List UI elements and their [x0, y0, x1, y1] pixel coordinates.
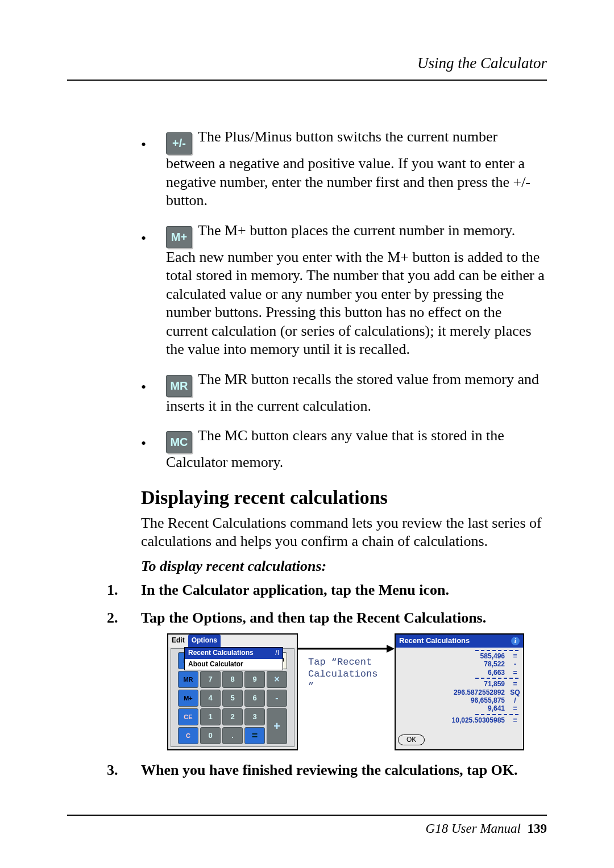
- mc-icon: MC: [166, 431, 192, 453]
- menu-recent-calculations[interactable]: Recent Calculations /I: [185, 648, 283, 659]
- dialog-footer: OK: [396, 725, 523, 749]
- header-rule: [67, 80, 547, 81]
- arrow-right-icon: [297, 641, 395, 656]
- history-row: 585,496=: [398, 652, 521, 660]
- key-4[interactable]: 4: [200, 690, 221, 707]
- page-number: 139: [528, 821, 547, 836]
- history-op: =: [509, 716, 521, 724]
- figure-arrow-caption: Tap “Recent Calculations ”: [298, 633, 395, 750]
- step-2: Tap the Options, and then tap the Recent…: [141, 608, 547, 750]
- key-8[interactable]: 8: [222, 671, 243, 688]
- menu-label: About Calculator: [188, 660, 243, 669]
- figure-calculator-app: Edit Options Recent Calculations /I Abou…: [167, 633, 298, 750]
- key-c[interactable]: C: [178, 727, 198, 744]
- history-value: 10,025.50305985: [420, 716, 505, 724]
- bullet-text: The MR button recalls the stored value f…: [166, 371, 539, 414]
- bullet-text: The Plus/Minus button switchs the curren…: [166, 128, 530, 208]
- history-op: =: [509, 704, 521, 712]
- history-op: SQ: [509, 688, 521, 696]
- footer-rule: [67, 815, 547, 816]
- section-intro: The Recent Calculations command lets you…: [141, 514, 547, 551]
- divider-dashed: [475, 678, 518, 679]
- bullet-dot: •: [141, 378, 146, 397]
- step-2-text: Tap the Options, and then tap the Recent…: [141, 610, 486, 626]
- key-minus[interactable]: -: [267, 690, 287, 707]
- mr-icon: MR: [166, 375, 192, 397]
- history-row: 71,859=: [398, 680, 521, 688]
- menu-label: Recent Calculations: [188, 649, 254, 658]
- step-1: In the Calculator application, tap the M…: [141, 581, 547, 600]
- info-icon[interactable]: i: [511, 637, 520, 645]
- bullet-dot: •: [141, 136, 146, 155]
- key-5[interactable]: 5: [222, 690, 243, 707]
- dialog-title: Recent Calculations: [399, 636, 470, 646]
- bullet-text: The MC button clears any value that is s…: [166, 427, 504, 470]
- bullet-dot: •: [141, 435, 146, 453]
- history-value: 71,859: [420, 680, 505, 688]
- key-2[interactable]: 2: [222, 708, 243, 725]
- menu-shortcut: /I: [275, 649, 279, 658]
- key-9[interactable]: 9: [244, 671, 265, 688]
- options-menu: Recent Calculations /I About Calculator: [184, 647, 283, 670]
- history-op: =: [509, 680, 521, 688]
- history-value: 296.5872552892: [420, 688, 505, 696]
- key-6[interactable]: 6: [244, 690, 265, 707]
- divider-dashed: [475, 650, 518, 651]
- bullet-mr: • MR The MR button recalls the stored va…: [141, 370, 547, 416]
- key-3[interactable]: 3: [244, 708, 265, 725]
- history-op: =: [509, 652, 521, 660]
- key-equals[interactable]: =: [244, 727, 265, 744]
- feature-bullets: • +/- The Plus/Minus button switchs the …: [141, 128, 547, 472]
- tab-bar: Edit Options: [168, 635, 297, 647]
- figure-recent-calculations-dialog: Recent Calculations i 585,496= 78,522- 6…: [395, 633, 524, 750]
- bullet-dot: •: [141, 229, 146, 248]
- history-value: 585,496: [420, 652, 505, 660]
- footer-text: G18 User Manual 139: [426, 821, 547, 836]
- main-content: • +/- The Plus/Minus button switchs the …: [141, 128, 547, 789]
- divider-dashed: [475, 714, 518, 715]
- history-row: 9,641=: [398, 704, 521, 712]
- key-7[interactable]: 7: [200, 671, 221, 688]
- key-ce[interactable]: CE: [178, 708, 198, 725]
- key-0[interactable]: 0: [200, 727, 221, 744]
- key-mplus[interactable]: M+: [178, 690, 198, 707]
- key-mr[interactable]: MR: [178, 671, 198, 688]
- bullet-mc: • MC The MC button clears any value that…: [141, 427, 547, 472]
- tab-edit[interactable]: Edit: [168, 635, 188, 647]
- tab-options[interactable]: Options: [188, 635, 221, 647]
- history-value: 96,655,875: [420, 696, 505, 704]
- figure: Edit Options Recent Calculations /I Abou…: [167, 633, 547, 750]
- history-row: 6,663=: [398, 669, 521, 677]
- dialog-titlebar: Recent Calculations i: [396, 635, 523, 648]
- m-plus-icon: M+: [166, 226, 192, 248]
- key-dot[interactable]: .: [222, 727, 243, 744]
- bullet-plusminus: • +/- The Plus/Minus button switchs the …: [141, 128, 547, 210]
- history-value: 6,663: [420, 669, 505, 677]
- history-row: 96,655,875/: [398, 696, 521, 704]
- arrow-caption-text: Tap “Recent Calculations ”: [308, 656, 377, 692]
- bullet-text: The M+ button places the current number …: [166, 222, 545, 358]
- step-3: When you have finished reviewing the cal…: [141, 761, 547, 780]
- history-row: 10,025.50305985=: [398, 716, 521, 724]
- history-op: /: [509, 696, 521, 704]
- history-op: -: [509, 660, 521, 668]
- menu-about-calculator[interactable]: About Calculator: [185, 659, 283, 670]
- history-row: 296.5872552892SQ: [398, 688, 521, 696]
- key-multiply[interactable]: ×: [267, 671, 287, 688]
- history-value: 78,522: [420, 660, 505, 668]
- section-subhead: To display recent calculations:: [141, 558, 547, 575]
- key-plus[interactable]: +: [267, 708, 287, 744]
- plus-minus-icon: +/-: [166, 132, 192, 155]
- section-heading: Displaying recent calculations: [141, 487, 547, 508]
- history-op: =: [509, 669, 521, 677]
- history-row: 78,522-: [398, 660, 521, 668]
- calc-history-list: 585,496= 78,522- 6,663= 71,859= 296.5872…: [396, 648, 523, 725]
- svg-marker-1: [387, 645, 395, 653]
- steps-list: In the Calculator application, tap the M…: [141, 581, 547, 780]
- manual-name: G18 User Manual: [426, 821, 521, 836]
- key-1[interactable]: 1: [200, 708, 221, 725]
- bullet-mplus: • M+ The M+ button places the current nu…: [141, 222, 547, 359]
- ok-button[interactable]: OK: [398, 735, 425, 745]
- running-header: Using the Calculator: [417, 55, 547, 72]
- history-value: 9,641: [420, 704, 505, 712]
